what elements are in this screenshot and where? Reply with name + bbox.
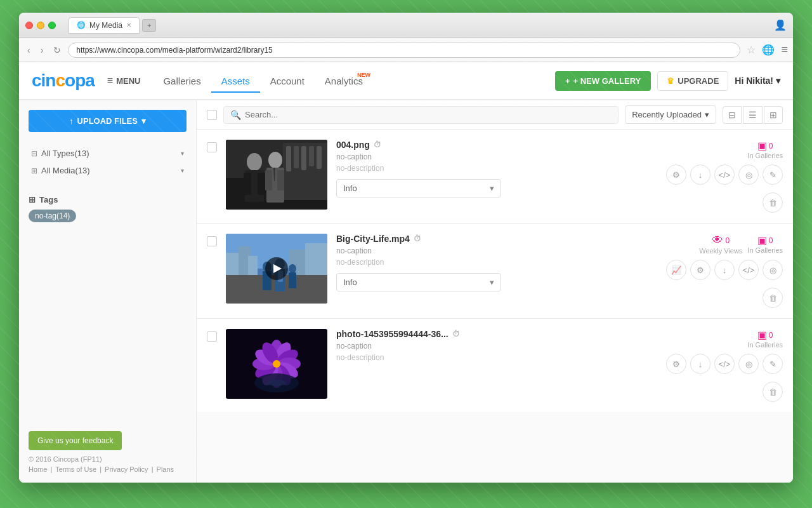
sidebar-footer: Give us your feedback © 2016 Cincopa (FP… [29, 422, 187, 473]
info-dropdown-2[interactable]: Info ▾ [336, 273, 501, 291]
delete-button-1[interactable]: 🗑 [763, 192, 783, 213]
minimize-button[interactable] [37, 22, 44, 29]
address-input[interactable] [68, 43, 740, 58]
nav-link-account[interactable]: Account [260, 70, 315, 91]
media-info-1: 004.png ⏱ no-caption no-description Info… [336, 140, 657, 197]
gallery-icon-2: ▣ [757, 234, 767, 246]
address-bar: ‹ › ↻ ☆ 🌐 ≡ [19, 38, 793, 62]
upload-files-button[interactable]: ↑ UPLOAD FILES ▾ [29, 110, 187, 132]
nav-link-analytics[interactable]: Analytics NEW [315, 70, 373, 91]
settings-button-1[interactable]: ⚙ [666, 164, 686, 185]
feedback-button[interactable]: Give us your feedback [29, 431, 122, 450]
edit-button-3[interactable]: ✎ [763, 354, 783, 374]
all-media-filter[interactable]: ⊞ All Media(13) ▾ [29, 162, 187, 179]
galleries-count-3: ▣ 0 [757, 329, 773, 341]
new-tab-button[interactable]: + [142, 19, 156, 32]
footer-terms-link[interactable]: Terms of Use [55, 465, 96, 473]
refresh-button[interactable]: ↻ [50, 44, 64, 57]
eye-icon-2: 👁 [712, 234, 723, 247]
edit-button-1[interactable]: ✎ [763, 164, 783, 185]
nav-link-assets[interactable]: Assets [211, 70, 260, 93]
forward-button[interactable]: › [37, 44, 47, 57]
item-checkbox-2[interactable] [207, 236, 217, 246]
grid-view-button[interactable]: ⊞ [764, 106, 783, 124]
delete-button-3[interactable]: 🗑 [763, 382, 783, 402]
browser-menu-icon[interactable]: ≡ [781, 43, 788, 57]
views-stat-2: 👁 0 Weekly Views [699, 234, 742, 255]
detail-view-button[interactable]: ⊟ [723, 106, 742, 124]
share-button-3[interactable]: ◎ [738, 354, 759, 374]
media-caption-2: no-caption [336, 246, 657, 255]
embed-button-1[interactable]: </> [714, 164, 735, 185]
tags-header[interactable]: ⊞ Tags [29, 195, 187, 204]
settings-button-3[interactable]: ⚙ [666, 354, 686, 374]
browser-profile-icon[interactable]: 👤 [774, 20, 787, 30]
footer-links: Home | Terms of Use | Privacy Policy | P… [29, 465, 187, 473]
clock-icon-1: ⏱ [374, 140, 381, 149]
greeting-chevron: ▾ [776, 76, 780, 86]
all-media-label: All Media(13) [41, 166, 90, 175]
item-checkbox-1[interactable] [207, 142, 217, 152]
download-button-2[interactable]: ↓ [714, 260, 735, 280]
svg-point-12 [268, 152, 282, 168]
search-input[interactable] [245, 110, 612, 119]
upgrade-label: UPGRADE [678, 76, 719, 86]
browser-tab[interactable]: 🌐 My Media ✕ [69, 17, 140, 34]
media-thumbnail-2[interactable] [226, 234, 327, 304]
upload-chevron: ▾ [141, 116, 146, 126]
svg-point-8 [247, 153, 262, 171]
bookmark-icon[interactable]: ☆ [747, 44, 756, 56]
views-label-2: Weekly Views [699, 247, 742, 255]
media-caption-3: no-caption [336, 342, 657, 351]
footer-home-link[interactable]: Home [29, 465, 47, 473]
crown-icon: ♛ [667, 76, 674, 86]
galleries-count-1: ▣ 0 [757, 140, 773, 152]
content-toolbar: 🔍 Recently Uploaded ▾ ⊟ ☰ ⊞ [197, 100, 793, 130]
maximize-button[interactable] [48, 22, 56, 29]
filter-type-icon: ⊟ [31, 149, 37, 158]
media-actions-1: ▣ 0 In Galleries ⚙ ↓ </> ◎ [666, 140, 783, 213]
close-button[interactable] [25, 22, 33, 29]
media-filename-2: Big-City-Life.mp4 ⏱ [336, 234, 657, 244]
hamburger-menu[interactable]: ≡ MENU [107, 75, 141, 86]
search-icon: 🔍 [230, 110, 241, 120]
item-checkbox-3[interactable] [207, 331, 217, 342]
select-all-checkbox[interactable] [207, 110, 217, 120]
list-view-button[interactable]: ☰ [743, 106, 763, 124]
media-caption-1: no-caption [336, 152, 657, 161]
media-description-1: no-description [336, 164, 657, 173]
browser-extension-icon[interactable]: 🌐 [762, 44, 775, 56]
nav-actions: + + NEW GALLERY ♛ UPGRADE Hi Nikita! ▾ [555, 71, 780, 91]
user-greeting[interactable]: Hi Nikita! ▾ [735, 76, 780, 86]
footer-plans-link[interactable]: Plans [157, 465, 174, 473]
embed-button-2[interactable]: </> [738, 260, 759, 280]
no-tag-pill[interactable]: no-tag(14) [29, 210, 76, 222]
settings-button-2[interactable]: ⚙ [690, 260, 710, 280]
embed-button-3[interactable]: </> [714, 354, 735, 374]
analytics-button-2[interactable]: 📈 [666, 260, 686, 280]
delete-button-2[interactable]: 🗑 [763, 288, 783, 308]
download-button-1[interactable]: ↓ [690, 164, 710, 185]
action-stats-1: ▣ 0 In Galleries [747, 140, 783, 159]
sort-dropdown[interactable]: Recently Uploaded ▾ [625, 105, 716, 124]
title-bar: 🌐 My Media ✕ + 👤 [19, 13, 793, 38]
tab-close-button[interactable]: ✕ [126, 22, 131, 29]
share-button-2[interactable]: ◎ [763, 260, 783, 280]
info-dropdown-1[interactable]: Info ▾ [336, 179, 501, 197]
new-gallery-button[interactable]: + + NEW GALLERY [555, 71, 651, 91]
logo[interactable]: cincopa [32, 70, 95, 91]
back-button[interactable]: ‹ [24, 44, 34, 57]
upgrade-button[interactable]: ♛ UPGRADE [657, 71, 728, 91]
svg-rect-6 [309, 146, 314, 166]
share-button-1[interactable]: ◎ [738, 164, 759, 185]
nav-link-galleries[interactable]: Galleries [153, 70, 211, 91]
media-thumbnail-1[interactable] [226, 140, 327, 210]
main-layout: ↑ UPLOAD FILES ▾ ⊟ All Types(13) ▾ ⊞ All… [19, 100, 793, 483]
play-button-2[interactable] [265, 257, 288, 280]
search-box: 🔍 [223, 106, 619, 124]
media-thumbnail-3[interactable] [226, 329, 327, 399]
dropdown-arrow-2: ▾ [490, 277, 494, 287]
download-button-3[interactable]: ↓ [690, 354, 710, 374]
footer-privacy-link[interactable]: Privacy Policy [105, 465, 148, 473]
all-types-filter[interactable]: ⊟ All Types(13) ▾ [29, 145, 187, 162]
